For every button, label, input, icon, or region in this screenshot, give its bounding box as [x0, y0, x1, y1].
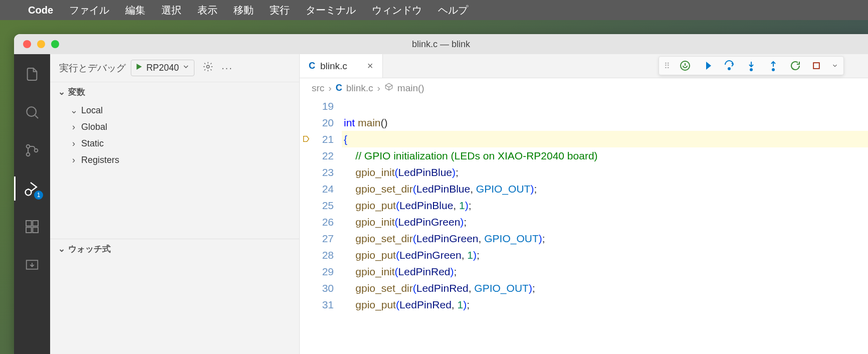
line-number: 22 [300, 147, 334, 164]
breadcrumb-folder[interactable]: src [312, 83, 324, 94]
code-line[interactable]: gpio_init(LedPinGreen); [342, 214, 868, 230]
menubar-item-go[interactable]: 移動 [234, 4, 254, 17]
line-number: 25 [300, 197, 334, 214]
variable-group-global[interactable]: › Global [50, 119, 299, 135]
menubar-item-terminal[interactable]: ターミナル [306, 4, 356, 17]
variable-group-label: Local [81, 105, 103, 116]
breadcrumb-symbol[interactable]: main() [397, 83, 424, 94]
fullscreen-window-button[interactable] [51, 40, 59, 48]
line-number: 23 [300, 164, 334, 181]
tab-filename: blink.c [320, 61, 347, 72]
variables-title: 変数 [68, 86, 85, 98]
code-line[interactable]: gpio_put(LedPinGreen, 1); [342, 247, 868, 263]
watch-section-header[interactable]: ⌄ ウォッチ式 [50, 239, 299, 259]
breadcrumbs[interactable]: src › C blink.c › main() [300, 78, 868, 98]
menubar-item-edit[interactable]: 編集 [125, 4, 145, 17]
svg-point-13 [750, 69, 752, 71]
more-icon[interactable]: ··· [222, 62, 233, 74]
svg-point-10 [206, 65, 209, 68]
code-editor[interactable]: 19202122232425262728293031 int main(){ /… [300, 98, 868, 354]
editor-area: C blink.c × ⠿ [300, 54, 868, 354]
traffic-lights [23, 40, 59, 48]
close-window-button[interactable] [23, 40, 31, 48]
menubar-item-view[interactable]: 表示 [197, 4, 218, 17]
code-line[interactable]: gpio_set_dir(LedPinRed, GPIO_OUT); [342, 280, 868, 296]
menubar-item-window[interactable]: ウィンドウ [372, 4, 422, 17]
svg-point-2 [27, 153, 30, 156]
svg-point-12 [728, 68, 730, 70]
line-number: 21 [300, 131, 334, 147]
play-icon [134, 62, 143, 74]
variable-group-static[interactable]: › Static [50, 135, 299, 152]
workbench: 1 実行とデバッグ RP2040 [14, 54, 868, 354]
menubar-item-selection[interactable]: 選択 [161, 4, 181, 17]
files-icon [24, 66, 40, 82]
code-line[interactable]: gpio_init(LedPinBlue); [342, 164, 868, 181]
variables-section-header[interactable]: ⌄ 変数 [50, 82, 299, 102]
code-line[interactable]: // GPIO initialization (LEDs on XIAO-RP2… [342, 147, 868, 164]
activity-bar: 1 [14, 54, 50, 354]
debug-restart-button[interactable] [789, 60, 801, 72]
debug-step-over-button[interactable] [723, 60, 735, 72]
code-line[interactable]: { [342, 131, 868, 147]
activity-run-debug[interactable]: 1 [20, 176, 44, 201]
search-icon [24, 104, 40, 120]
minimize-window-button[interactable] [37, 40, 45, 48]
activity-search[interactable] [20, 100, 44, 124]
variable-group-registers[interactable]: › Registers [50, 152, 299, 168]
code-line[interactable]: gpio_init(LedPinRed); [342, 263, 868, 280]
variable-group-label: Global [81, 122, 107, 132]
line-number: 27 [300, 230, 334, 247]
activity-output[interactable] [20, 253, 44, 277]
code-content[interactable]: int main(){ // GPIO initialization (LEDs… [342, 98, 868, 354]
code-line[interactable]: gpio_put(LedPinRed, 1); [342, 296, 868, 313]
close-icon[interactable]: × [367, 60, 373, 72]
menubar-item-run[interactable]: 実行 [270, 4, 290, 17]
line-number: 26 [300, 214, 334, 230]
variable-group-local[interactable]: ⌄ Local [50, 102, 299, 119]
gear-icon[interactable] [202, 61, 213, 75]
chevron-right-icon: › [328, 83, 331, 94]
drag-handle-icon[interactable]: ⠿ [664, 61, 669, 71]
chevron-down-icon[interactable] [831, 62, 838, 69]
debug-step-out-button[interactable] [767, 60, 779, 72]
activity-extensions[interactable] [20, 215, 44, 239]
titlebar: blink.c — blink [14, 34, 868, 54]
svg-rect-5 [26, 221, 32, 226]
breadcrumb-file[interactable]: blink.c [346, 83, 373, 94]
source-control-icon [24, 142, 40, 158]
code-line[interactable]: int main() [342, 114, 868, 131]
debug-config-name: RP2040 [146, 63, 179, 73]
variable-group-label: Static [81, 138, 104, 149]
watch-title: ウォッチ式 [68, 243, 111, 255]
chevron-down-icon: ⌄ [58, 244, 65, 254]
debug-step-into-button[interactable] [745, 60, 757, 72]
code-line[interactable]: gpio_put(LedPinBlue, 1); [342, 197, 868, 214]
window-title: blink.c — blink [412, 39, 470, 50]
code-line[interactable]: gpio_set_dir(LedPinBlue, GPIO_OUT); [342, 181, 868, 197]
code-line[interactable] [342, 98, 868, 114]
menubar-item-help[interactable]: ヘルプ [438, 4, 468, 17]
chevron-right-icon: › [70, 138, 77, 149]
line-number: 29 [300, 263, 334, 280]
editor-tab-blink[interactable]: C blink.c × [300, 54, 383, 78]
line-number: 28 [300, 247, 334, 263]
debug-toolbar: ⠿ [659, 56, 844, 75]
activity-source-control[interactable] [20, 138, 44, 162]
menubar-item-file[interactable]: ファイル [69, 4, 109, 17]
c-file-icon: C [309, 61, 315, 71]
chevron-right-icon: › [70, 122, 77, 132]
symbol-function-icon [384, 82, 393, 94]
c-file-icon: C [336, 83, 342, 93]
line-number: 20 [300, 114, 334, 131]
variable-group-label: Registers [81, 155, 119, 165]
svg-point-0 [27, 107, 36, 116]
debug-badge: 1 [34, 191, 43, 200]
menubar-app-name[interactable]: Code [28, 5, 53, 16]
debug-pause-continue-button[interactable] [701, 60, 713, 72]
debug-config-selector[interactable]: RP2040 [131, 60, 194, 76]
activity-explorer[interactable] [20, 62, 44, 86]
code-line[interactable]: gpio_set_dir(LedPinGreen, GPIO_OUT); [342, 230, 868, 247]
debug-stop-button[interactable] [811, 61, 821, 71]
debug-continue-button[interactable] [679, 60, 691, 72]
